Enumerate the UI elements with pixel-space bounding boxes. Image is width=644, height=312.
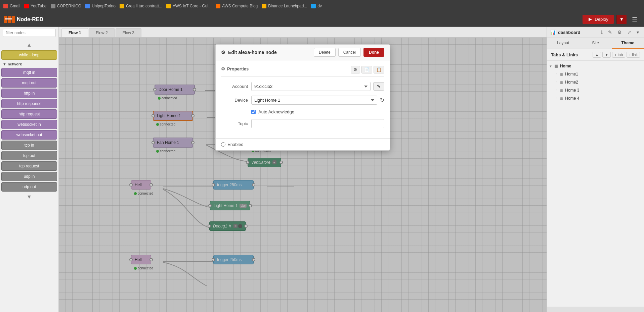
- enabled-radio[interactable]: [221, 142, 225, 147]
- gear-icon: ⚙: [221, 50, 225, 55]
- dv-favicon: [311, 4, 316, 8]
- device-refresh-button[interactable]: ↻: [380, 97, 384, 103]
- tree-item-home4[interactable]: › ▦ Home 4: [547, 94, 644, 102]
- auto-acknowledge-label: Auto Acknowledge: [258, 109, 294, 114]
- edit-dialog-body: ⚙ Properties ⚙ 📄 📋: [216, 60, 390, 138]
- browser-tab-unipop[interactable]: UnipopTorino: [85, 4, 116, 8]
- enabled-label: Enabled: [227, 142, 244, 147]
- tabs-down-button[interactable]: ▼: [602, 52, 611, 58]
- aws-compute-favicon: [216, 4, 220, 8]
- device-label: Device: [221, 98, 248, 103]
- youtube-favicon: [24, 4, 29, 8]
- flow-tab-3[interactable]: Flow 3: [116, 28, 141, 37]
- account-edit-button[interactable]: ✎: [373, 82, 384, 91]
- enabled-radio-group: Enabled: [221, 142, 244, 147]
- chevron-down-icon: ▼: [549, 64, 552, 68]
- sidebar-expand-button[interactable]: ⤢: [626, 29, 633, 36]
- sidebar-edit-button[interactable]: ✎: [606, 29, 614, 36]
- crea-favicon: [120, 4, 124, 8]
- grid-icon-home4: ▦: [559, 96, 563, 101]
- props-icon-btn-3[interactable]: 📋: [374, 66, 384, 73]
- palette-node-tcp-in[interactable]: tcp in: [1, 141, 57, 150]
- browser-tab-aws-iot[interactable]: AWS IoT Core - Gui...: [166, 4, 212, 8]
- deploy-button[interactable]: Deploy: [583, 15, 613, 24]
- palette-node-websocket-out[interactable]: websocket out: [1, 130, 57, 140]
- edit-dialog-title: ⚙ Edit alexa-home node: [221, 50, 277, 55]
- account-select[interactable]: 91ciccio2: [251, 82, 371, 91]
- palette-nodes-list: ▲ while - loop ▼ network mqtt in mqtt ou…: [0, 39, 58, 312]
- palette-scroll-down[interactable]: ▼: [1, 193, 57, 201]
- browser-tab-dv[interactable]: dv: [311, 4, 322, 8]
- edit-panel-overlay: ⚙ Edit alexa-home node Delete Cancel Don…: [59, 38, 547, 312]
- tree-item-home1[interactable]: › ▦ Home1: [547, 70, 644, 78]
- auto-acknowledge-checkbox[interactable]: [251, 110, 256, 114]
- right-sidebar-scrollbar[interactable]: [547, 307, 644, 312]
- palette-scroll-up[interactable]: ▲: [1, 41, 57, 49]
- right-tab-site[interactable]: Site: [579, 38, 611, 49]
- right-sidebar-tabs: Layout Site Theme: [547, 38, 644, 49]
- palette-node-http-response[interactable]: http response: [1, 99, 57, 108]
- tree-item-home[interactable]: ▼ ▦ Home: [547, 62, 644, 70]
- done-button[interactable]: Done: [363, 48, 384, 57]
- edit-dialog-footer: Enabled: [216, 138, 390, 150]
- browser-tab-gmail[interactable]: Gmail: [3, 4, 20, 8]
- right-tab-layout[interactable]: Layout: [547, 38, 579, 49]
- hamburger-menu-button[interactable]: ☰: [629, 14, 640, 24]
- palette-node-while-loop[interactable]: while - loop: [1, 50, 57, 60]
- add-tab-button[interactable]: + tab: [612, 52, 625, 58]
- palette-sidebar: ▲ while - loop ▼ network mqtt in mqtt ou…: [0, 27, 59, 312]
- tree-item-home2[interactable]: › ▦ Home2: [547, 78, 644, 86]
- add-link-button[interactable]: + link: [627, 52, 640, 58]
- flow-tab-2[interactable]: Flow 2: [89, 28, 115, 37]
- topic-input[interactable]: [251, 119, 384, 128]
- aws-iot-favicon: [166, 4, 171, 8]
- browser-tab-binance[interactable]: Binance Launchpad...: [262, 4, 307, 8]
- binance-favicon: [262, 4, 266, 8]
- properties-tab[interactable]: ⚙ Properties: [221, 66, 249, 73]
- deploy-icon: [588, 17, 593, 22]
- palette-section-network[interactable]: ▼ network: [1, 61, 57, 67]
- palette-node-mqtt-out[interactable]: mqtt out: [1, 78, 57, 88]
- account-label: Account: [221, 84, 248, 89]
- palette-node-http-request[interactable]: http request: [1, 109, 57, 119]
- edit-dialog-actions: Delete Cancel Done: [314, 48, 384, 57]
- right-tab-theme[interactable]: Theme: [612, 38, 644, 49]
- palette-node-mqtt-in[interactable]: mqtt in: [1, 68, 57, 77]
- props-icon-btn-1[interactable]: ⚙: [351, 66, 360, 73]
- toolbar: Node-RED Deploy ▼ ☰: [0, 12, 644, 27]
- grid-icon-home: ▦: [554, 64, 558, 68]
- tree-item-home3[interactable]: › ▦ Home 3: [547, 86, 644, 94]
- properties-gear-icon: ⚙: [221, 66, 225, 71]
- edit-dialog: ⚙ Edit alexa-home node Delete Cancel Don…: [215, 44, 390, 151]
- chart-icon: 📊: [550, 30, 556, 35]
- palette-node-http-in[interactable]: http in: [1, 89, 57, 98]
- delete-button[interactable]: Delete: [314, 48, 336, 57]
- right-sidebar-header: 📊 dashboard ℹ ✎ ⚙ ⤢ ▾: [547, 27, 644, 38]
- props-icon-btn-2[interactable]: 📄: [361, 66, 372, 73]
- palette-node-udp-in[interactable]: udp in: [1, 172, 57, 181]
- palette-node-tcp-out[interactable]: tcp out: [1, 151, 57, 160]
- palette-filter-input[interactable]: [3, 29, 56, 37]
- tabs-links-header: Tabs & Links ▲ ▼ + tab + link: [547, 49, 644, 61]
- copernico-favicon: [51, 4, 55, 8]
- sidebar-settings-button[interactable]: ⚙: [616, 29, 624, 36]
- browser-tab-youtube[interactable]: YouTube: [24, 4, 46, 8]
- palette-node-tcp-request[interactable]: tcp request: [1, 161, 57, 171]
- sidebar-info-button[interactable]: ℹ: [599, 29, 604, 36]
- flow-tab-1[interactable]: Flow 1: [61, 28, 88, 37]
- browser-tab-aws-compute[interactable]: AWS Compute Blog: [216, 4, 258, 8]
- sidebar-chevron-button[interactable]: ▾: [635, 29, 641, 36]
- cancel-button[interactable]: Cancel: [338, 48, 361, 57]
- chevron-right-icon-home4: ›: [556, 97, 557, 100]
- tabs-up-button[interactable]: ▲: [593, 52, 601, 58]
- flow-tabs: Flow 1 Flow 2 Flow 3: [59, 27, 547, 38]
- palette-node-udp-out[interactable]: udp out: [1, 182, 57, 192]
- browser-tab-copernico[interactable]: COPERNICO: [51, 4, 82, 8]
- flow-canvas[interactable]: Door Home 1 connected HorizonLab connect…: [59, 38, 547, 312]
- deploy-dropdown-button[interactable]: ▼: [616, 15, 627, 24]
- browser-tab-crea[interactable]: Crea il tuo contratt...: [120, 4, 162, 8]
- device-select[interactable]: Light Home 1: [251, 96, 377, 105]
- palette-node-websocket-in[interactable]: websocket in: [1, 120, 57, 129]
- account-field-group: 91ciccio2 ✎: [251, 82, 384, 91]
- topic-label: Topic: [221, 121, 248, 126]
